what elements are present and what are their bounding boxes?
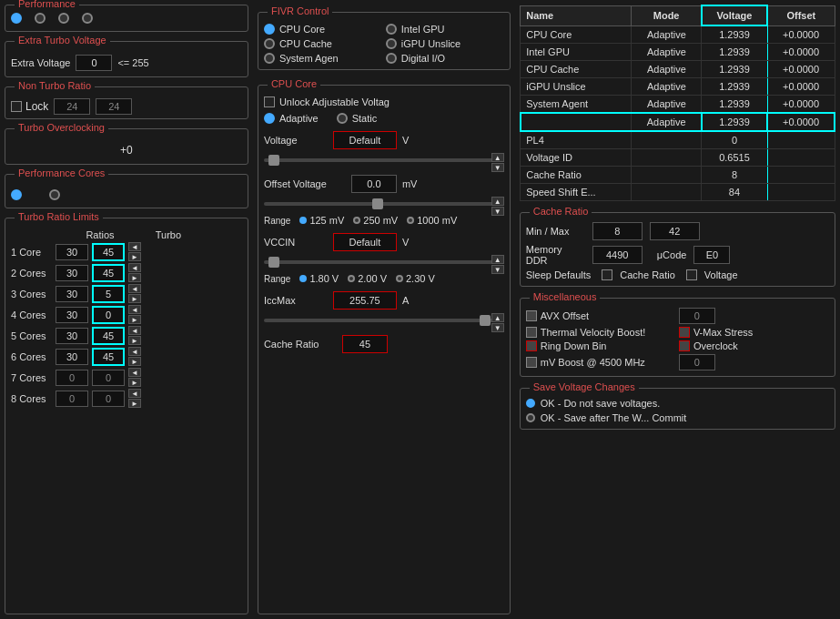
tr-down-1[interactable]: ► [128, 252, 141, 261]
tr-turbo-7[interactable] [92, 370, 125, 386]
tr-turbo-8[interactable] [92, 391, 125, 407]
tr-up-5[interactable]: ◄ [128, 326, 141, 335]
fivr-cpu-core[interactable]: CPU Core [264, 24, 382, 35]
overclock-checkbox[interactable] [679, 340, 690, 351]
tr-ratio-2[interactable] [56, 265, 88, 281]
range-1000[interactable]: 1000 mV [407, 215, 457, 226]
tr-up-2[interactable]: ◄ [128, 263, 141, 272]
range-1000-radio[interactable] [407, 217, 414, 224]
fivr-cpu-cache[interactable]: CPU Cache [264, 38, 382, 49]
slider-down-btn[interactable]: ▼ [491, 163, 504, 172]
vccin-up-btn[interactable]: ▲ [491, 255, 504, 264]
vmax-checkbox[interactable] [679, 327, 690, 338]
slider-thumb[interactable] [268, 155, 279, 166]
iccmax-up-btn[interactable]: ▲ [491, 313, 504, 322]
range-250[interactable]: 250 mV [353, 215, 398, 226]
min-input[interactable] [592, 222, 643, 240]
ucode-input[interactable] [693, 246, 730, 264]
tr-ratio-3[interactable] [56, 286, 88, 302]
tr-down-7[interactable]: ► [128, 378, 141, 387]
fivr-system-agen-radio[interactable] [264, 53, 275, 64]
vccin-200-radio[interactable] [348, 275, 355, 282]
perf-radio-4[interactable] [82, 13, 93, 24]
save-opt2-row[interactable]: OK - Save after The W... Commit [526, 412, 829, 423]
perf-radio-2[interactable] [35, 13, 46, 24]
offset-down-btn[interactable]: ▼ [491, 207, 504, 216]
slider-up-btn[interactable]: ▲ [491, 153, 504, 162]
tr-turbo-3[interactable] [92, 285, 125, 303]
tr-down-5[interactable]: ► [128, 336, 141, 345]
tr-ratio-7[interactable] [56, 370, 88, 386]
fivr-digital-io[interactable]: Digital I/O [386, 53, 504, 64]
tr-ratio-1[interactable] [56, 244, 88, 260]
mv-boost-checkbox[interactable] [526, 357, 537, 368]
tr-up-6[interactable]: ◄ [128, 347, 141, 356]
range-250-radio[interactable] [353, 217, 360, 224]
mv-input[interactable] [679, 354, 715, 370]
sleep-voltage-cb[interactable] [686, 269, 697, 280]
tr-down-8[interactable]: ► [128, 399, 141, 408]
adaptive-option[interactable]: Adaptive [264, 113, 319, 124]
tr-up-4[interactable]: ◄ [128, 305, 141, 314]
lock-checkbox[interactable] [11, 101, 22, 112]
extra-voltage-input[interactable] [76, 55, 112, 71]
sleep-cache-ratio-cb[interactable] [602, 269, 612, 280]
thermal-vel-checkbox[interactable] [526, 327, 537, 338]
ring-down-checkbox[interactable] [526, 340, 537, 351]
tr-up-3[interactable]: ◄ [128, 284, 141, 293]
tr-down-2[interactable]: ► [128, 273, 141, 282]
ratio-input-2[interactable] [96, 98, 132, 115]
tr-down-3[interactable]: ► [128, 294, 141, 303]
vccin-230-radio[interactable] [396, 275, 403, 282]
tr-turbo-6[interactable] [92, 348, 125, 366]
tr-turbo-5[interactable] [92, 327, 125, 345]
avx-input[interactable] [679, 308, 715, 324]
offset-slider[interactable]: ▲ ▼ [264, 197, 504, 211]
voltage-slider[interactable]: ▲ ▼ [264, 153, 504, 167]
ratio-input-1[interactable] [54, 98, 90, 115]
tr-turbo-1[interactable] [92, 243, 125, 261]
tr-ratio-4[interactable] [56, 307, 88, 323]
tr-down-6[interactable]: ► [128, 357, 141, 366]
iccmax-slider[interactable]: ▲ ▼ [264, 313, 504, 328]
range-125[interactable]: 125 mV [299, 215, 344, 226]
tr-up-7[interactable]: ◄ [128, 368, 141, 377]
vccin-180-radio[interactable] [299, 275, 307, 282]
fivr-cpu-core-radio[interactable] [264, 24, 275, 35]
memory-ddr-input[interactable] [592, 246, 643, 264]
fivr-cpu-cache-radio[interactable] [264, 38, 275, 49]
tr-down-4[interactable]: ► [128, 315, 141, 324]
vccin-slider-thumb[interactable] [268, 257, 279, 268]
perf-core-radio-2[interactable] [49, 189, 60, 200]
tr-turbo-2[interactable] [92, 264, 125, 282]
adaptive-radio[interactable] [264, 113, 275, 124]
offset-input[interactable] [351, 175, 397, 193]
fivr-igpu-unslice-radio[interactable] [386, 38, 397, 49]
fivr-intel-gpu[interactable]: Intel GPU [386, 24, 504, 35]
static-option[interactable]: Static [337, 113, 378, 124]
cache-ratio-mid-input[interactable] [342, 335, 388, 353]
fivr-digital-io-radio[interactable] [386, 53, 397, 64]
static-radio[interactable] [337, 113, 348, 124]
max-input[interactable] [650, 222, 700, 240]
voltage-row-6[interactable]: Adaptive1.2939+0.0000 [521, 113, 835, 131]
tr-ratio-8[interactable] [56, 391, 88, 407]
vccin-input[interactable] [333, 233, 397, 251]
vccin-range-200[interactable]: 2.00 V [348, 273, 387, 284]
vccin-down-btn[interactable]: ▼ [491, 265, 504, 274]
vccin-range-180[interactable]: 1.80 V [299, 273, 339, 284]
save-opt1-row[interactable]: OK - Do not save voltages. [526, 398, 829, 409]
offset-up-btn[interactable]: ▲ [491, 197, 504, 206]
save-opt1-radio[interactable] [526, 399, 535, 408]
iccmax-input[interactable] [333, 291, 397, 310]
unlock-checkbox[interactable] [264, 96, 275, 107]
perf-radio-3[interactable] [58, 13, 69, 24]
vccin-slider[interactable]: ▲ ▼ [264, 255, 504, 269]
tr-ratio-5[interactable] [56, 328, 88, 344]
offset-slider-thumb[interactable] [372, 198, 383, 209]
iccmax-slider-thumb[interactable] [480, 315, 491, 326]
fivr-system-agen[interactable]: System Agen [264, 53, 382, 64]
tr-up-1[interactable]: ◄ [128, 242, 141, 251]
fivr-igpu-unslice[interactable]: iGPU Unslice [386, 38, 504, 49]
vccin-range-230[interactable]: 2.30 V [396, 273, 435, 284]
